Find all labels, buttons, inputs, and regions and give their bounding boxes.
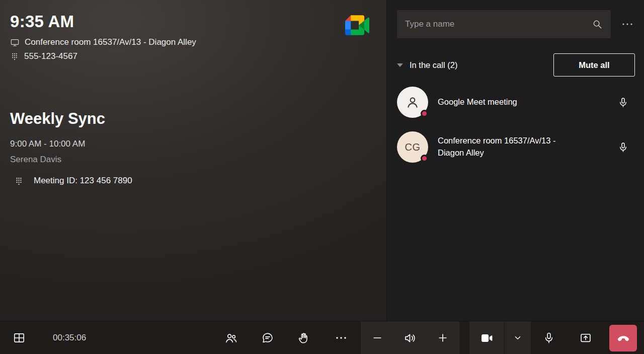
speaker-icon: [403, 331, 417, 345]
phone-number-row: 555-123-4567: [10, 51, 77, 61]
room-name-row: Conference room 16537/Av/13 - Diagon All…: [10, 37, 196, 47]
participant-mic-button[interactable]: [611, 141, 635, 153]
person-icon: [405, 94, 421, 110]
participant-list: Google Meet meeting CG Conf: [397, 87, 635, 176]
camera-options-button[interactable]: [505, 321, 531, 354]
mic-icon: [617, 141, 629, 153]
participant-name: Google Meet meeting: [438, 96, 517, 108]
call-timer: 00:35:06: [53, 321, 86, 354]
share-icon: [579, 331, 592, 344]
minus-icon: [372, 332, 383, 343]
raise-hand-icon: [297, 331, 310, 344]
hang-up-button[interactable]: [609, 325, 637, 351]
mute-all-button[interactable]: Mute all: [553, 53, 635, 77]
participant-row[interactable]: Google Meet meeting: [397, 87, 635, 118]
more-icon: [335, 336, 347, 340]
chevron-down-icon: [513, 333, 523, 343]
more-options-button[interactable]: [329, 321, 353, 354]
camera-group: [469, 321, 531, 354]
volume-group: [361, 321, 459, 354]
camera-icon: [480, 331, 494, 345]
volume-down-button[interactable]: [361, 321, 393, 354]
search-icon: [592, 19, 603, 30]
google-meet-logo: [345, 14, 369, 36]
avatar: CG: [397, 131, 428, 163]
participant-name: Conference room 16537/Av/13 - Diagon All…: [438, 135, 572, 159]
people-icon: [224, 331, 238, 345]
roster-more-button[interactable]: [619, 17, 636, 31]
meeting-id: Meeting ID: 123 456 7890: [34, 176, 132, 186]
raise-hand-button[interactable]: [292, 321, 316, 354]
room-name: Conference room 16537/Av/13 - Diagon All…: [25, 37, 196, 47]
microphone-button[interactable]: [537, 321, 561, 354]
roster-panel: In the call (2) Mute all Google Meet mee…: [386, 0, 644, 321]
in-the-call-label: In the call (2): [410, 60, 457, 70]
mic-icon: [617, 97, 629, 108]
presence-busy-dot: [421, 110, 428, 117]
layout-grid-button[interactable]: [7, 321, 31, 354]
meeting-title: Weekly Sync: [10, 110, 105, 128]
roster-people-button[interactable]: [219, 321, 243, 354]
chevron-collapse-icon: [397, 63, 403, 67]
search-input[interactable]: [405, 19, 592, 29]
avatar: [397, 87, 428, 118]
grid-layout-icon: [13, 331, 26, 344]
avatar-initials: CG: [405, 141, 421, 153]
display-icon: [10, 38, 20, 47]
dialpad-icon: [14, 176, 24, 186]
search-box[interactable]: [397, 10, 611, 38]
volume-up-button[interactable]: [427, 321, 459, 354]
plus-icon: [437, 332, 448, 343]
roster-section-row: In the call (2) Mute all: [397, 53, 635, 77]
phone-number: 555-123-4567: [24, 51, 77, 61]
meeting-organizer: Serena Davis: [10, 155, 105, 165]
more-icon: [622, 22, 633, 26]
meeting-time: 9:00 AM - 10:00 AM: [10, 139, 105, 149]
camera-button[interactable]: [469, 321, 504, 354]
in-the-call-toggle[interactable]: In the call (2): [397, 60, 457, 70]
control-bar: 00:35:06: [0, 321, 644, 354]
clock: 9:35 AM: [10, 12, 74, 31]
teams-room-console: 9:35 AM Conference room 16537/Av/13 - Di…: [0, 0, 644, 354]
chat-button[interactable]: [256, 321, 280, 354]
hangup-icon: [616, 331, 631, 346]
chat-icon: [261, 331, 274, 344]
stage-panel: 9:35 AM Conference room 16537/Av/13 - Di…: [0, 0, 386, 321]
meeting-info: Weekly Sync 9:00 AM - 10:00 AM Serena Da…: [10, 110, 105, 165]
presence-busy-dot: [421, 155, 428, 162]
meeting-id-row: Meeting ID: 123 456 7890: [14, 176, 132, 186]
participant-mic-button[interactable]: [611, 97, 635, 108]
mic-icon: [542, 331, 555, 344]
speaker-button[interactable]: [393, 321, 426, 354]
participant-row[interactable]: CG Conference room 16537/Av/13 - Diagon …: [397, 131, 635, 163]
share-button[interactable]: [574, 321, 598, 354]
dialpad-icon: [10, 52, 19, 61]
